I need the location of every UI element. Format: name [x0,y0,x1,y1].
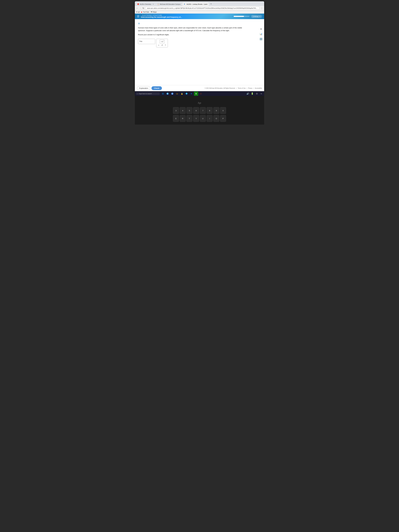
key-7[interactable]: 7 [200,107,206,114]
math-toolbar: ×10 □ × ↺ ? [156,39,168,47]
multiply-button[interactable]: × [158,44,160,46]
terms-link[interactable]: Terms of Use [238,88,246,89]
unit-label: THz [139,40,142,42]
main-content: ∨ Humans have three types of cone cells … [135,19,264,85]
key-p[interactable]: P [220,115,226,122]
tab-icon-mcgraw: 📋 [157,3,159,5]
taskbar-box-icon[interactable]: 💠 [184,92,189,96]
hp-logo: hp [198,101,201,105]
taskbar-battery-icon[interactable]: 🔋 [250,92,254,95]
bookmark-mail[interactable]: ✉ ail [136,11,139,13]
tab-mcgraw-hill[interactable]: 📋 McGraw-Hill Education Campus ✕ [156,2,182,6]
answer-area: THz ×10 □ × ↺ ? [138,39,261,47]
help-button[interactable]: ? [165,44,166,46]
tab-bar: 🔴 ALEKs Chemistry ✕ 📋 McGraw-Hill Educat… [135,1,264,6]
bottom-bar: Explanation Check © 2021 McGraw-Hill Edu… [135,85,264,91]
sidebar-icon-chart[interactable]: 📊 [259,32,263,36]
address-bar: ← → ↻ www-awn.aleks.com/alekscgi/x/lsl.e… [135,6,264,11]
taskbar-network-icon[interactable]: ⊙ [255,92,259,95]
answer-input[interactable]: THz [138,39,155,44]
taskbar-office-icon[interactable]: ⬡ [199,92,203,96]
tab-aleks-learn[interactable]: A ALEKS - Lindsay Brooks - Learn ✕ [182,2,209,6]
bookmarks-bar: ✉ ail ▶ YouTube 🗺 Maps [135,11,264,14]
taskbar: ○ Type here to search ⊞ 🗂 🔒 💠 ❖ S ⬡ 🔊 🔋 … [135,91,264,96]
check-button[interactable]: Check [152,86,162,90]
hp-logo-area: hp [138,100,261,106]
taskbar-edge-icon[interactable] [165,92,170,96]
key-r[interactable]: R [180,115,186,122]
svg-point-2 [172,93,173,94]
back-button[interactable]: ← [136,7,138,9]
key-e[interactable]: E [173,115,179,122]
aleks-header-right: Lindsay ∨ [234,15,262,18]
key-0[interactable]: 0 [220,107,226,114]
undo-button[interactable]: ↺ [161,44,163,46]
key-t[interactable]: T [186,115,192,122]
taskbar-files-icon[interactable]: 🗂 [175,92,179,96]
tab-close-aleks-chem[interactable]: ✕ [152,3,154,5]
key-9[interactable]: 9 [213,107,219,114]
browser-window: 🔴 ALEKs Chemistry ✕ 📋 McGraw-Hill Educat… [135,1,264,91]
key-3[interactable]: 3 [173,107,179,114]
divider3: | [253,88,254,89]
bookmark-maps[interactable]: 🗺 Maps [151,11,157,13]
divider2: | [247,88,247,89]
taskbar-dropbox-icon[interactable]: ❖ [189,92,193,96]
section-subtitle: ○ ELECTRONIC STRUCTURE [141,15,182,16]
right-sidebar: ⊞ 📊 🔢 [259,27,263,41]
sidebar-icon-table[interactable]: ⊞ [259,27,263,31]
privacy-link[interactable]: Privacy [248,88,252,89]
bottom-buttons: Explanation Check [137,86,162,90]
sidebar-icon-calculator[interactable]: 🔢 [259,37,263,41]
divider: | [236,88,237,89]
extensions-button[interactable]: ⋮ [261,7,263,10]
hamburger-menu[interactable]: ☰ [137,15,139,18]
bookmark-youtube[interactable]: ▶ YouTube [141,11,149,13]
new-tab-button[interactable]: + [209,2,213,6]
key-row-letters: E R T Y U I O P [138,115,261,122]
taskbar-lock-icon[interactable]: 🔒 [180,92,184,96]
aleks-header: ☰ ○ ELECTRONIC STRUCTURE Interconverting… [135,14,264,19]
math-toolbar-bottom-row: × ↺ ? [158,44,166,46]
math-toolbar-top-row: ×10 □ [160,40,165,43]
key-y[interactable]: Y [193,115,199,122]
forward-button[interactable]: → [139,7,141,9]
key-4[interactable]: 4 [180,107,186,114]
key-u[interactable]: U [200,115,206,122]
user-badge[interactable]: Lindsay ∨ [251,15,262,18]
tab-close-mcgraw[interactable]: ✕ [182,3,182,5]
question-body: Humans have three types of cone cells in… [138,26,242,32]
taskbar-chrome-icon[interactable] [170,92,174,96]
section-title: Interconverting the wavelength and frequ… [141,16,182,18]
key-row-numbers: 3 4 5 6 7 8 9 0 [138,107,261,114]
key-o[interactable]: O [213,115,219,122]
tab-aleks-chem[interactable]: 🔴 ALEKs Chemistry ✕ [136,2,155,6]
taskbar-windows-button[interactable]: ⊞ [161,92,165,96]
section-info: ○ ELECTRONIC STRUCTURE Interconverting t… [141,15,182,18]
address-input[interactable]: www-awn.aleks.com/alekscgi/x/lsl.exe/1o_… [145,7,260,10]
key-i[interactable]: I [207,115,213,122]
maps-icon: 🗺 [151,11,152,13]
explanation-button[interactable]: Explanation [137,86,150,90]
exponent-box[interactable]: ×10 □ [160,40,165,43]
progress-bar-container [234,16,249,17]
sup-indicator: □ [164,40,164,41]
taskbar-apps: ⊞ 🗂 🔒 💠 ❖ S ⬡ [161,92,203,96]
key-8[interactable]: 8 [207,107,213,114]
taskbar-system-icons: 🔊 🔋 ⊙ 3x [246,92,263,95]
tab-icon-aleks-learn: A [184,3,186,5]
reload-button[interactable]: ↻ [142,7,144,10]
accessibility-link[interactable]: Accessibility [255,88,262,89]
mail-icon: ✉ [136,11,138,13]
taskbar-s-icon[interactable]: S [194,92,198,96]
key-6[interactable]: 6 [193,107,199,114]
taskbar-notification-icon[interactable]: 3x [260,92,263,95]
tab-icon-aleks-chem: 🔴 [137,3,139,5]
key-5[interactable]: 5 [186,107,192,114]
search-circle-icon: ○ [137,93,138,95]
chevron-down-icon: ∨ [259,15,260,17]
taskbar-sound-icon[interactable]: 🔊 [246,92,250,95]
taskbar-search[interactable]: ○ Type here to search [136,92,160,95]
collapse-chevron[interactable]: ∨ [138,22,261,25]
copyright-bar: © 2021 McGraw-Hill Education. All Rights… [205,88,262,89]
